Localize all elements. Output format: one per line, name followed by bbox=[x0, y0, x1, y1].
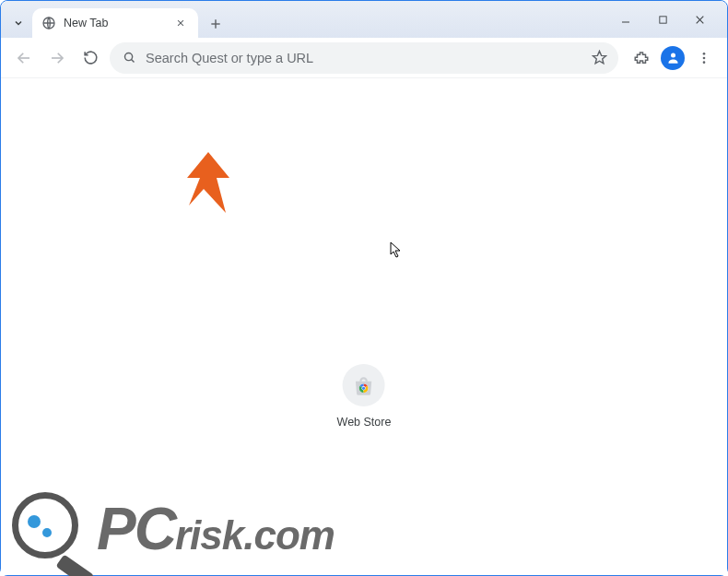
maximize-icon bbox=[658, 15, 668, 25]
star-icon bbox=[592, 50, 607, 65]
extensions-button[interactable] bbox=[628, 44, 655, 72]
active-tab[interactable]: New Tab bbox=[32, 8, 198, 38]
watermark-text: PCrisk.com bbox=[97, 500, 335, 558]
app-menu-button[interactable] bbox=[690, 44, 718, 72]
avatar bbox=[661, 46, 685, 70]
toolbar-right bbox=[628, 44, 718, 72]
reload-icon bbox=[83, 50, 99, 65]
close-icon bbox=[176, 18, 185, 28]
window-controls bbox=[613, 1, 720, 38]
bookmark-button[interactable] bbox=[592, 50, 607, 65]
shortcut-web-store[interactable]: Web Store bbox=[337, 364, 392, 429]
search-icon bbox=[123, 51, 136, 65]
toolbar bbox=[1, 38, 727, 78]
svg-marker-19 bbox=[391, 242, 400, 257]
page-content: Web Store PCrisk.com bbox=[1, 78, 727, 575]
svg-point-22 bbox=[362, 387, 365, 390]
tab-search-dropdown[interactable] bbox=[5, 8, 32, 38]
cursor-icon bbox=[390, 241, 403, 258]
nav-forward-button[interactable] bbox=[43, 44, 71, 72]
tab-strip: New Tab bbox=[1, 1, 727, 38]
close-icon bbox=[694, 14, 706, 26]
web-store-icon bbox=[352, 373, 376, 397]
reload-button[interactable] bbox=[76, 44, 104, 72]
svg-marker-13 bbox=[593, 51, 605, 63]
maximize-button[interactable] bbox=[650, 6, 675, 32]
svg-point-16 bbox=[703, 56, 706, 59]
svg-point-11 bbox=[125, 53, 133, 61]
minimize-button[interactable] bbox=[613, 6, 639, 32]
watermark-logo: PCrisk.com bbox=[12, 492, 716, 566]
svg-point-17 bbox=[703, 61, 706, 64]
arrow-left-icon bbox=[16, 50, 32, 66]
new-tab-button[interactable] bbox=[202, 10, 229, 38]
chevron-down-icon bbox=[13, 18, 24, 29]
watermark: PCrisk.com bbox=[12, 492, 716, 566]
svg-point-15 bbox=[703, 53, 706, 55]
person-icon bbox=[666, 51, 680, 65]
tab-title: New Tab bbox=[64, 17, 165, 29]
minimize-icon bbox=[620, 14, 631, 25]
nav-back-button[interactable] bbox=[10, 44, 38, 72]
dots-vertical-icon bbox=[697, 51, 711, 65]
browser-window: New Tab bbox=[0, 0, 728, 576]
shortcut-tile bbox=[343, 364, 385, 406]
svg-line-12 bbox=[132, 60, 135, 63]
tab-close-button[interactable] bbox=[172, 15, 189, 31]
plus-icon bbox=[209, 18, 222, 30]
svg-point-14 bbox=[671, 53, 675, 58]
svg-marker-18 bbox=[187, 152, 229, 213]
arrow-right-icon bbox=[49, 50, 65, 66]
svg-rect-6 bbox=[659, 16, 665, 22]
window-close-button[interactable] bbox=[687, 6, 712, 32]
shortcut-label: Web Store bbox=[337, 416, 392, 429]
globe-icon bbox=[41, 16, 56, 30]
annotation-arrow-icon bbox=[176, 152, 241, 226]
address-input[interactable] bbox=[146, 51, 582, 65]
omnibox[interactable] bbox=[110, 42, 618, 74]
puzzle-icon bbox=[633, 50, 650, 66]
profile-button[interactable] bbox=[659, 44, 687, 72]
